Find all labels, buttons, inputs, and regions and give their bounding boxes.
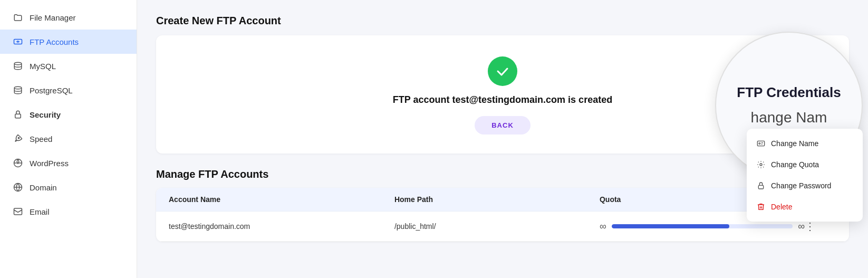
- svg-point-10: [760, 164, 762, 166]
- quota-progress-bar: [612, 224, 793, 228]
- col-home-path: Home Path: [394, 195, 600, 204]
- context-menu-item-change-password[interactable]: Change Password: [747, 175, 863, 196]
- sidebar-item-security[interactable]: Security: [0, 102, 137, 127]
- ftp-accounts-table: Account Name Home Path Quota test@testin…: [156, 188, 849, 242]
- gear-icon: [756, 160, 766, 169]
- context-menu-item-change-quota[interactable]: Change Quota: [747, 154, 863, 175]
- context-menu-label: Change Name: [771, 139, 818, 148]
- context-menu-label: Change Password: [771, 181, 831, 190]
- create-section-title: Create New FTP Account: [156, 15, 849, 27]
- mysql-icon: [13, 61, 23, 71]
- sidebar-item-label: Domain: [30, 183, 57, 192]
- rocket-icon: [13, 133, 23, 144]
- sidebar-item-label: Speed: [30, 135, 52, 143]
- sidebar-item-email[interactable]: Email: [0, 199, 137, 224]
- sidebar-item-file-manager[interactable]: File Manager: [0, 5, 137, 30]
- wordpress-icon: [13, 158, 23, 168]
- trash-icon: [756, 202, 766, 212]
- table-header: Account Name Home Path Quota: [156, 188, 849, 212]
- sidebar-item-ftp-accounts[interactable]: FTP Accounts: [0, 30, 137, 54]
- sidebar-item-wordpress[interactable]: WordPress: [0, 151, 137, 175]
- postgresql-icon: [13, 85, 23, 95]
- context-menu: Change Name Change Quota Change Password…: [747, 129, 863, 222]
- success-checkmark-icon: [488, 56, 517, 86]
- sidebar-item-label: PostgreSQL: [30, 86, 73, 95]
- cell-home-path: /public_html/: [394, 222, 600, 231]
- cell-quota: ∞ ∞: [600, 221, 805, 232]
- back-button[interactable]: BACK: [475, 116, 531, 135]
- sidebar-item-label: File Manager: [30, 13, 76, 22]
- svg-point-1: [14, 62, 22, 65]
- sidebar: File Manager FTP Accounts MySQL PostgreS…: [0, 0, 137, 278]
- sidebar-item-postgresql[interactable]: PostgreSQL: [0, 78, 137, 102]
- main-content: Create New FTP Account FTP account test@…: [137, 0, 868, 278]
- lock-icon: [13, 109, 23, 120]
- context-menu-label: Delete: [771, 203, 792, 211]
- sidebar-item-label: Email: [30, 207, 50, 216]
- col-account-name: Account Name: [169, 195, 394, 204]
- context-menu-item-change-name[interactable]: Change Name: [747, 133, 863, 154]
- folder-icon: [13, 12, 23, 23]
- svg-point-4: [18, 137, 19, 138]
- manage-section-title: Manage FTP Accounts: [156, 168, 849, 180]
- id-card-icon: [756, 139, 766, 148]
- sidebar-item-label: FTP Accounts: [30, 37, 79, 46]
- quota-infinity-end: ∞: [798, 221, 805, 232]
- success-message: FTP account test@testingdomain.com is cr…: [393, 94, 612, 106]
- ftp-icon: [13, 36, 23, 47]
- quota-infinity-start: ∞: [600, 221, 606, 232]
- svg-point-9: [759, 143, 760, 145]
- svg-rect-3: [15, 114, 21, 118]
- success-card: FTP account test@testingdomain.com is cr…: [156, 35, 849, 154]
- sidebar-item-label: Security: [30, 110, 61, 119]
- svg-point-2: [14, 87, 22, 89]
- quota-progress-fill: [612, 224, 729, 228]
- sidebar-item-mysql[interactable]: MySQL: [0, 54, 137, 78]
- context-menu-item-delete[interactable]: Delete: [747, 196, 863, 217]
- sidebar-item-label: MySQL: [30, 62, 56, 71]
- sidebar-item-domain[interactable]: Domain: [0, 175, 137, 199]
- sidebar-item-label: WordPress: [30, 159, 69, 168]
- globe-icon: [13, 182, 23, 193]
- svg-rect-7: [14, 208, 22, 215]
- mail-icon: [13, 206, 23, 217]
- row-actions-button[interactable]: ⋮: [805, 220, 815, 233]
- svg-rect-11: [758, 185, 763, 189]
- cell-account-name: test@testingdomain.com: [169, 222, 394, 231]
- cell-actions: ⋮: [805, 220, 836, 233]
- sidebar-item-speed[interactable]: Speed: [0, 127, 137, 151]
- table-row: test@testingdomain.com /public_html/ ∞ ∞…: [156, 212, 849, 242]
- lock-icon: [756, 181, 766, 190]
- context-menu-label: Change Quota: [771, 160, 819, 169]
